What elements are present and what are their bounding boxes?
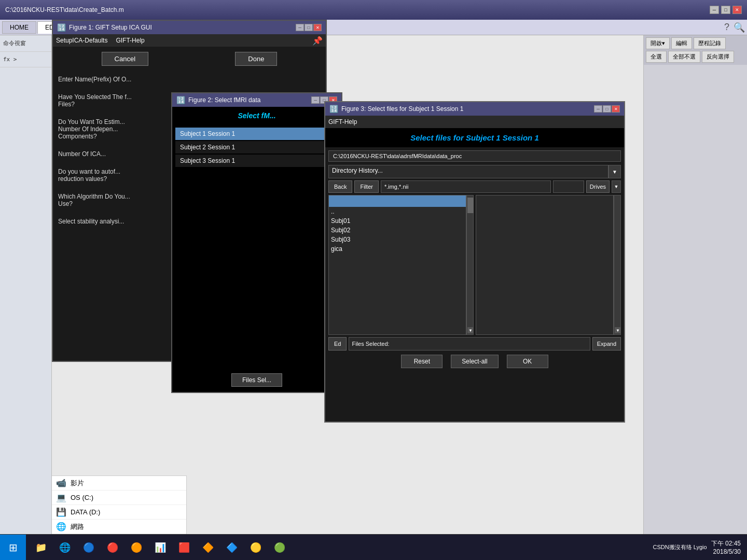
figure3-file-area: .. Subj01 Subj02 Subj03 gica ▼ ▼: [328, 195, 621, 335]
history-button[interactable]: 歷程記錄: [694, 37, 726, 49]
taskbar-app2[interactable]: 🟠: [126, 537, 147, 558]
select-all-button[interactable]: Select-all: [451, 355, 498, 368]
file-item-subj01[interactable]: Subj01: [329, 216, 466, 226]
figure2-bottom: Files Sel...: [172, 373, 341, 387]
expand-button[interactable]: Expand: [592, 337, 621, 351]
ok-button[interactable]: OK: [507, 355, 548, 368]
pin-icon[interactable]: 📌: [312, 36, 323, 46]
preview-scrollbar[interactable]: ▼: [614, 195, 621, 335]
help-icon[interactable]: ?: [724, 22, 729, 33]
figure1-titlebar: 🔢 Figure 1: GIFT Setup ICA GUI ─ □ ✕: [53, 21, 326, 34]
menu-gift-help-3[interactable]: GIFT-Help: [328, 118, 357, 125]
figure3-maximize[interactable]: □: [603, 105, 611, 113]
start-button[interactable]: ⊞: [0, 535, 26, 561]
open-button[interactable]: 開啟▾: [646, 37, 670, 49]
taskbar-icons: 📁 🌐 🔵 🔴 🟠 📊 🟥 🔶 🔷 🟡 🟢: [26, 537, 295, 558]
invert-select-button[interactable]: 反向選擇: [702, 51, 734, 63]
done-button[interactable]: Done: [235, 52, 277, 66]
file-item-subj03[interactable]: Subj03: [329, 235, 466, 244]
subject-item-2[interactable]: Subject 2 Session 1: [175, 141, 338, 153]
scroll-down-icon[interactable]: ▼: [467, 327, 474, 333]
fs-label-network: 網路: [71, 522, 84, 531]
figure3-action-buttons: Reset Select-all OK: [328, 355, 621, 368]
figure1-close[interactable]: ✕: [313, 24, 322, 31]
subject-3-label: Subject 3 Session 1: [180, 157, 235, 164]
taskbar-app4[interactable]: 🟥: [173, 537, 195, 558]
figure2-minimize[interactable]: ─: [311, 96, 320, 104]
figure2-icon: 🔢: [176, 96, 185, 104]
deselect-all-button[interactable]: 全部不選: [668, 51, 700, 63]
drive-d-icon: 💾: [56, 507, 66, 517]
figure2-titlebar: 🔢 Figure 2: Select fMRI data ─ □ ✕: [172, 93, 341, 107]
taskbar-edge[interactable]: 🔵: [78, 537, 100, 558]
preview-scroll-down-icon[interactable]: ▼: [615, 327, 621, 333]
figure3-window: 🔢 Figure 3: Select files for Subject 1 S…: [324, 101, 625, 423]
row1-label: Enter Name(Prefix) Of O...: [58, 74, 321, 85]
tab-home[interactable]: HOME: [2, 21, 36, 34]
nav-item-command[interactable]: 命令視窗: [0, 35, 51, 52]
filelist-scrollbar[interactable]: ▼: [466, 195, 474, 335]
empty-input[interactable]: [553, 180, 584, 193]
fs-label-c: OS (C:): [71, 494, 93, 501]
files-selected-container: Files Selected:: [349, 337, 590, 351]
figure3-header-title: Select files for Subject 1 Session 1: [325, 128, 624, 147]
file-list-panel[interactable]: .. Subj01 Subj02 Subj03 gica: [328, 195, 466, 335]
fs-item-c[interactable]: 💻 OS (C:): [52, 491, 186, 505]
taskbar-app3[interactable]: 📊: [149, 537, 171, 558]
video-icon: 📹: [56, 478, 66, 488]
maximize-button[interactable]: □: [721, 6, 730, 14]
reset-button[interactable]: Reset: [401, 355, 442, 368]
dir-history-arrow-icon[interactable]: ▼: [608, 165, 621, 178]
desktop: C:\2016NCKU-REST\data\Create_Batch.m ─ □…: [0, 0, 747, 560]
taskbar-matlab2[interactable]: 🔷: [221, 537, 243, 558]
fs-item-network[interactable]: 🌐 網路: [52, 520, 186, 534]
taskbar-chrome[interactable]: 🌐: [54, 537, 76, 558]
figure3-menubar: GIFT-Help: [325, 116, 624, 128]
file-item-gica[interactable]: gica: [329, 244, 466, 254]
figure3-close[interactable]: ✕: [612, 105, 620, 113]
file-item-selected[interactable]: [329, 195, 466, 207]
taskbar-matlab4[interactable]: 🟢: [269, 537, 290, 558]
window-controls: ─ □ ✕: [710, 6, 742, 14]
back-button[interactable]: Back: [328, 180, 352, 193]
close-button[interactable]: ✕: [732, 6, 742, 14]
drives-arrow-icon[interactable]: ▼: [612, 180, 621, 193]
filter-input[interactable]: [381, 180, 551, 193]
fs-item-d[interactable]: 💾 DATA (D:): [52, 505, 186, 520]
nav-item-fx[interactable]: fx >: [0, 52, 51, 67]
menu-setupica[interactable]: SetupICA-Defaults: [56, 37, 107, 44]
subject-item-3[interactable]: Subject 3 Session 1: [175, 155, 338, 167]
figure1-minimize[interactable]: ─: [296, 24, 304, 31]
figure3-minimize[interactable]: ─: [594, 105, 602, 113]
menu-gift-help[interactable]: GIFT-Help: [116, 37, 144, 44]
taskbar-user: CSDN搬沒有络 Lygio: [653, 543, 707, 551]
select-all-button[interactable]: 全選: [646, 51, 667, 63]
cancel-button[interactable]: Cancel: [102, 52, 148, 66]
filter-button[interactable]: Filter: [354, 180, 378, 193]
fs-item-video[interactable]: 📹 影片: [52, 476, 186, 491]
taskbar-app1[interactable]: 🔴: [102, 537, 123, 558]
ed-button[interactable]: Ed: [328, 337, 347, 351]
edit-button[interactable]: 編輯: [671, 37, 692, 49]
figure1-maximize[interactable]: □: [305, 24, 313, 31]
matlab-header: C:\2016NCKU-REST\data\Create_Batch.m ─ □…: [0, 0, 747, 20]
taskbar-file-explorer[interactable]: 📁: [30, 537, 52, 558]
taskbar-matlab3[interactable]: 🟡: [245, 537, 267, 558]
dir-history-dropdown[interactable]: Directory History...: [328, 165, 608, 178]
minimize-button[interactable]: ─: [710, 6, 719, 14]
left-nav: 命令視窗 fx >: [0, 35, 52, 534]
figure2-title: Figure 2: Select fMRI data: [188, 96, 260, 104]
right-toolbar: 開啟▾ 編輯 歷程記錄 全選 全部不選 反向選擇: [644, 35, 747, 65]
matlab-title: C:\2016NCKU-REST\data\Create_Batch.m: [5, 6, 124, 13]
right-panel: 開啟▾ 編輯 歷程記錄 全選 全部不選 反向選擇: [643, 35, 747, 560]
taskbar-matlab1[interactable]: 🔶: [197, 537, 219, 558]
files-sel-label: Files Sel...: [242, 376, 271, 384]
taskbar-clock: 下午 02:45 2018/5/30: [711, 539, 741, 555]
subject-item-1[interactable]: Subject 1 Session 1: [175, 128, 338, 140]
files-sel-button[interactable]: Files Sel...: [231, 373, 282, 387]
file-item-dotdot[interactable]: ..: [329, 207, 466, 216]
search-icon[interactable]: 🔍: [734, 22, 745, 33]
drives-button[interactable]: Drives: [586, 180, 610, 193]
file-item-subj02[interactable]: Subj02: [329, 226, 466, 235]
file-preview-panel: [476, 195, 614, 335]
